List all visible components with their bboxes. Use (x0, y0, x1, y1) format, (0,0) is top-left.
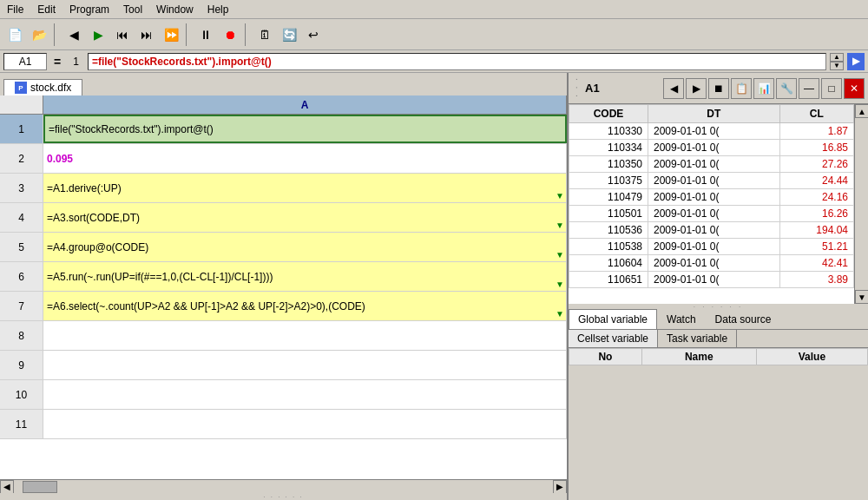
right-btn-close[interactable]: ✕ (844, 78, 865, 99)
formula-confirm[interactable]: ▶ (847, 53, 865, 70)
cell-a6-arrow: ▼ (556, 280, 564, 289)
bottom-dots: · · · · · · (0, 493, 567, 500)
cell-a8[interactable] (43, 321, 567, 350)
cell-a7-value: =A6.select(~.count(UP>A2 && UP[-1]>A2 &&… (47, 300, 365, 312)
spreadsheet-grid: A 1 =file("StockRecords.txt").import@t()… (0, 95, 567, 479)
formula-value-prefix: 1 (68, 56, 84, 68)
cell-a7[interactable]: =A6.select(~.count(UP>A2 && UP[-1]>A2 &&… (43, 292, 567, 320)
toolbar-calc[interactable]: 🗓 (253, 23, 276, 46)
cell-a6[interactable]: =A5.run(~.run(UP=if(#==1,0,(CL-CL[-1])/C… (43, 262, 567, 291)
scroll-down[interactable]: ▼ (855, 290, 868, 304)
cell-cl: 42.41 (779, 255, 853, 272)
menu-edit[interactable]: Edit (30, 2, 62, 17)
cell-dt: 2009-01-01 0( (648, 140, 780, 156)
row-num-4: 4 (0, 203, 43, 232)
toolbar-skip-fwd[interactable]: ⏭ (135, 23, 158, 46)
cell-a2[interactable]: 0.095 (43, 144, 567, 173)
scroll-right[interactable]: ▶ (553, 480, 567, 494)
var-table: No Name Value (569, 348, 868, 365)
table-row: 110479 2009-01-01 0( 24.16 (569, 189, 854, 206)
grid-body: 1 =file("StockRecords.txt").import@t() 2… (0, 115, 567, 439)
cell-a1[interactable]: =file("StockRecords.txt").import@t() (43, 115, 567, 143)
tab-data-source[interactable]: Data source (706, 309, 781, 329)
col-header-row: A (0, 95, 567, 115)
right-btn-chart[interactable]: 📊 (753, 78, 774, 99)
var-col-name: Name (641, 349, 756, 365)
menu-window[interactable]: Window (149, 2, 201, 17)
tab-stock[interactable]: P stock.dfx (3, 79, 82, 95)
formula-text: =file("StockRecords.txt").import@t() (92, 56, 272, 68)
menu-help[interactable]: Help (201, 2, 236, 17)
right-btn-stop[interactable]: ⏹ (708, 78, 729, 99)
toolbar-back[interactable]: ◀ (62, 23, 85, 46)
toolbar-run[interactable]: ▶ (87, 23, 109, 46)
cell-cl: 51.21 (779, 239, 853, 255)
cell-dt: 2009-01-01 0( (648, 123, 780, 140)
row-num-10: 10 (0, 380, 43, 409)
right-btn-copy[interactable]: 📋 (731, 78, 752, 99)
scroll-track[interactable] (14, 480, 553, 493)
toolbar-open[interactable]: 📂 (28, 23, 50, 46)
right-btn-maximize[interactable]: □ (821, 78, 842, 99)
toolbar-skip-back[interactable]: ⏮ (111, 23, 134, 46)
col-header-code: CODE (569, 105, 648, 123)
tab-watch[interactable]: Watch (657, 309, 706, 329)
menu-program[interactable]: Program (62, 2, 116, 17)
formula-red-part: =file("StockRecords.txt").import@t() (92, 56, 272, 68)
toolbar-new[interactable]: 📄 (3, 23, 26, 46)
right-panel-content: CODE DT CL 110330 2009-01-01 0( 1.87 (569, 104, 868, 500)
cell-a4[interactable]: =A3.sort(CODE,DT) ▼ (43, 203, 567, 232)
tab-task-variable[interactable]: Task variable (658, 330, 737, 347)
tab-global-variable[interactable]: Global variable (569, 309, 657, 329)
cell-a4-value: =A3.sort(CODE,DT) (47, 212, 140, 224)
cell-a3[interactable]: =A1.derive(:UP) ▼ (43, 174, 567, 202)
toolbar-undo[interactable]: ↩ (302, 23, 325, 46)
cell-a9[interactable] (43, 351, 567, 379)
cell-code: 110334 (569, 140, 648, 156)
formula-up[interactable]: ▲ (830, 53, 844, 62)
row-num-5: 5 (0, 233, 43, 261)
cell-code: 110651 (569, 272, 648, 288)
cell-code: 110538 (569, 239, 648, 255)
cell-a5[interactable]: =A4.group@o(CODE) ▼ (43, 233, 567, 261)
right-btn-back[interactable]: ◀ (663, 78, 684, 99)
cell-a10[interactable] (43, 380, 567, 409)
cell-cl: 3.89 (779, 272, 853, 288)
right-btn-minimize[interactable]: — (799, 78, 819, 99)
cell-a11[interactable] (43, 410, 567, 438)
formula-input[interactable]: =file("StockRecords.txt").import@t() (88, 53, 826, 70)
scroll-left[interactable]: ◀ (0, 480, 14, 494)
main-content: P stock.dfx A 1 =file("StockRecords (0, 73, 868, 500)
row-num-6: 6 (0, 262, 43, 291)
cell-a2-value: 0.095 (47, 153, 73, 165)
sep2 (186, 23, 191, 46)
toolbar-record[interactable]: ⏺ (219, 23, 241, 46)
h-scrollbar[interactable]: ◀ ▶ (0, 479, 567, 493)
cell-reference[interactable]: A1 (3, 53, 47, 70)
cell-dt: 2009-01-01 0( (648, 206, 780, 222)
toolbar-settings[interactable]: 🔄 (278, 23, 300, 46)
scroll-up[interactable]: ▲ (855, 104, 868, 118)
toolbar-fast-fwd[interactable]: ⏩ (160, 23, 182, 46)
cell-a7-arrow: ▼ (556, 309, 564, 319)
menu-file[interactable]: File (0, 2, 30, 17)
v-scrollbar[interactable]: ▲ ▼ (854, 104, 868, 304)
scroll-thumb[interactable] (23, 481, 57, 493)
right-btn-fwd[interactable]: ▶ (686, 78, 707, 99)
menu-tool[interactable]: Tool (116, 2, 149, 17)
table-row: 10 (0, 380, 567, 410)
table-row: 4 =A3.sort(CODE,DT) ▼ (0, 203, 567, 233)
cell-dt: 2009-01-01 0( (648, 272, 780, 288)
table-row: 2 0.095 (0, 144, 567, 174)
row-num-9: 9 (0, 351, 43, 379)
tab-cellset-variable[interactable]: Cellset variable (569, 330, 658, 347)
data-table-scroll[interactable]: CODE DT CL 110330 2009-01-01 0( 1.87 (569, 104, 854, 304)
cell-dt: 2009-01-01 0( (648, 255, 780, 272)
table-row: 110604 2009-01-01 0( 42.41 (569, 255, 854, 272)
right-btn-tool[interactable]: 🔧 (776, 78, 797, 99)
table-row: 1 =file("StockRecords.txt").import@t() (0, 115, 567, 144)
col-header-a[interactable]: A (43, 95, 567, 114)
table-row: 11 (0, 410, 567, 439)
formula-down[interactable]: ▼ (830, 62, 844, 70)
toolbar-pause[interactable]: ⏸ (194, 23, 217, 46)
